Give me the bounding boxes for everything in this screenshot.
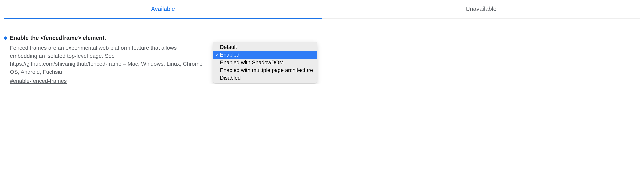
dropdown-option-enabled[interactable]: ✓ Enabled: [213, 51, 317, 59]
flag-description: Fenced frames are an experimental web pl…: [10, 44, 205, 76]
tab-available[interactable]: Available: [4, 0, 322, 19]
dropdown-option-label: Enabled with ShadowDOM: [220, 60, 284, 65]
dropdown-option-label: Default: [220, 44, 237, 50]
flag-row: Enable the <fencedframe> element. Fenced…: [4, 35, 640, 84]
dropdown-option-enabled-multiple-page[interactable]: Enabled with multiple page architecture: [213, 66, 317, 74]
dropdown-option-label: Enabled with multiple page architecture: [220, 67, 313, 73]
flag-title-row: Enable the <fencedframe> element.: [4, 35, 205, 41]
modified-indicator-icon: [4, 36, 7, 40]
check-icon: ✓: [215, 52, 219, 58]
tab-unavailable[interactable]: Unavailable: [322, 0, 640, 19]
flag-anchor-link[interactable]: #enable-fenced-frames: [10, 78, 67, 84]
flag-content: Enable the <fencedframe> element. Fenced…: [4, 35, 213, 84]
dropdown-option-label: Enabled: [220, 52, 240, 58]
dropdown-option-default[interactable]: Default: [213, 43, 317, 51]
tabs-bar: Available Unavailable: [4, 0, 640, 19]
dropdown-option-disabled[interactable]: Disabled: [213, 74, 317, 82]
dropdown-option-label: Disabled: [220, 75, 241, 81]
dropdown-option-enabled-shadowdom[interactable]: Enabled with ShadowDOM: [213, 59, 317, 66]
flag-title: Enable the <fencedframe> element.: [10, 35, 106, 41]
dropdown-menu: Default ✓ Enabled Enabled with ShadowDOM…: [213, 42, 317, 83]
